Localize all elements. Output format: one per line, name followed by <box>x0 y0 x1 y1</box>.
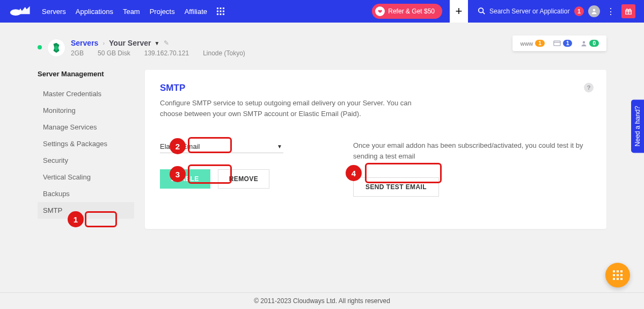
add-button[interactable]: + <box>450 0 468 23</box>
sidebar-item-settings-packages[interactable]: Settings & Packages <box>38 135 134 152</box>
svg-rect-8 <box>220 13 222 15</box>
stat-www[interactable]: www 1 <box>520 40 544 47</box>
svg-rect-19 <box>613 270 615 272</box>
nav-applications[interactable]: Applications <box>76 8 113 16</box>
svg-rect-1 <box>217 8 218 9</box>
svg-point-12 <box>593 9 596 12</box>
card-icon <box>553 40 561 46</box>
search-input[interactable] <box>489 8 570 15</box>
apps-grid-icon[interactable] <box>217 8 224 15</box>
svg-point-0 <box>10 9 21 16</box>
more-menu-icon[interactable]: ⋮ <box>604 6 617 17</box>
nav-affiliate[interactable]: Affiliate <box>185 8 207 16</box>
caret-down-icon[interactable]: ▼ <box>154 40 159 46</box>
server-ip: 139.162.70.121 <box>144 49 189 57</box>
svg-rect-16 <box>554 41 560 46</box>
nav-links: Servers Applications Team Projects Affil… <box>42 8 207 16</box>
svg-rect-6 <box>223 11 224 12</box>
svg-rect-21 <box>620 270 623 272</box>
chevron-right-icon: › <box>103 40 105 46</box>
callout-1: 1 <box>68 211 84 227</box>
status-card: www 1 1 0 <box>513 35 606 51</box>
svg-rect-26 <box>617 278 619 280</box>
page-title: SMTP <box>160 83 591 94</box>
user-icon <box>581 40 587 47</box>
sidebar-heading: Server Management <box>38 70 134 78</box>
search-icon <box>478 7 485 16</box>
server-ram: 2GB <box>71 49 84 57</box>
highlight-4 <box>365 163 442 183</box>
sidebar-item-vertical-scaling[interactable]: Vertical Scaling <box>38 169 134 185</box>
server-meta: 2GB 50 GB Disk 139.162.70.121 Linode (To… <box>71 49 245 57</box>
svg-rect-20 <box>617 270 619 272</box>
notification-badge[interactable]: 1 <box>574 6 584 16</box>
svg-rect-5 <box>220 11 222 12</box>
heart-icon: ❤ <box>375 6 385 16</box>
svg-rect-4 <box>217 11 218 12</box>
svg-rect-27 <box>620 278 623 280</box>
highlight-2 <box>188 137 232 153</box>
stat-www-count: 1 <box>535 40 545 47</box>
nav-projects[interactable]: Projects <box>150 8 175 16</box>
sidebar: Server Management Master Credentials Mon… <box>38 70 134 229</box>
svg-rect-7 <box>217 13 218 15</box>
server-provider-icon <box>47 39 65 57</box>
highlight-1 <box>85 211 117 227</box>
top-nav: Servers Applications Team Projects Affil… <box>0 0 644 23</box>
stat-card-count: 1 <box>563 40 573 47</box>
edit-icon[interactable]: ✎ <box>164 39 169 47</box>
gift-icon[interactable] <box>621 4 635 18</box>
callout-3: 3 <box>170 166 186 182</box>
sidebar-item-manage-services[interactable]: Manage Services <box>38 119 134 135</box>
sidebar-item-security[interactable]: Security <box>38 152 134 169</box>
svg-rect-23 <box>617 274 619 276</box>
stat-users[interactable]: 0 <box>581 40 599 47</box>
logo[interactable] <box>9 5 32 17</box>
breadcrumb-servers[interactable]: Servers <box>71 39 98 47</box>
callout-4: 4 <box>346 165 362 181</box>
svg-point-18 <box>583 41 586 44</box>
svg-rect-24 <box>620 274 623 276</box>
nav-team[interactable]: Team <box>123 8 140 16</box>
test-email-note: Once your email addon has been subscribe… <box>353 140 591 161</box>
nav-servers[interactable]: Servers <box>42 8 66 16</box>
stat-users-count: 0 <box>589 40 599 47</box>
svg-rect-2 <box>220 8 222 9</box>
fab-grid-button[interactable] <box>605 263 630 288</box>
page: Servers › Your Server ▼ ✎ 2GB 50 GB Disk… <box>0 23 644 240</box>
sidebar-item-backups[interactable]: Backups <box>38 185 134 202</box>
server-region: Linode (Tokyo) <box>203 49 245 57</box>
need-a-hand-tab[interactable]: Need a hand? <box>631 99 644 153</box>
page-description: Configure SMTP service to setup outgoing… <box>160 98 412 119</box>
svg-rect-9 <box>223 13 224 15</box>
server-name[interactable]: Your Server <box>109 39 151 47</box>
help-icon[interactable]: ? <box>584 83 594 92</box>
sidebar-item-master-credentials[interactable]: Master Credentials <box>38 85 134 102</box>
footer: © 2011-2023 Cloudways Ltd. All rights re… <box>0 292 644 305</box>
svg-point-10 <box>479 8 484 12</box>
highlight-3 <box>188 164 232 184</box>
caret-down-icon: ▼ <box>277 143 282 149</box>
stat-card[interactable]: 1 <box>553 40 573 47</box>
breadcrumb: Servers › Your Server ▼ ✎ <box>71 39 245 47</box>
svg-rect-25 <box>613 278 615 280</box>
refer-button[interactable]: ❤ Refer & Get $50 <box>372 4 442 19</box>
footer-text: © 2011-2023 Cloudways Ltd. All rights re… <box>254 297 390 305</box>
sidebar-item-monitoring[interactable]: Monitoring <box>38 102 134 119</box>
svg-line-11 <box>483 12 485 14</box>
status-indicator-icon <box>38 45 42 49</box>
svg-rect-3 <box>223 8 224 9</box>
main-layout: Server Management Master Credentials Mon… <box>38 70 606 229</box>
user-avatar-icon[interactable] <box>588 5 600 17</box>
server-disk: 50 GB Disk <box>98 49 130 57</box>
callout-2: 2 <box>170 138 186 154</box>
search-area: 1 ⋮ <box>472 0 635 23</box>
stat-www-label: www <box>520 40 533 47</box>
svg-rect-22 <box>613 274 615 276</box>
refer-label: Refer & Get $50 <box>388 8 435 15</box>
